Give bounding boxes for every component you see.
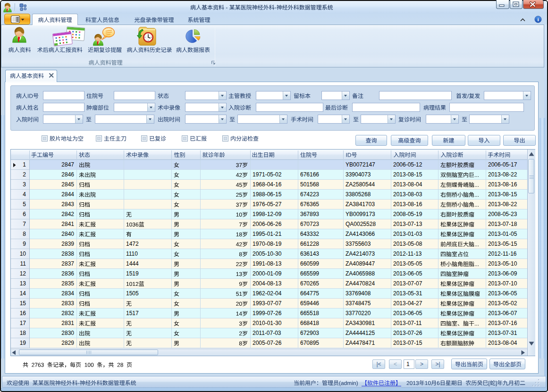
svg-text:i: i xyxy=(537,17,539,22)
